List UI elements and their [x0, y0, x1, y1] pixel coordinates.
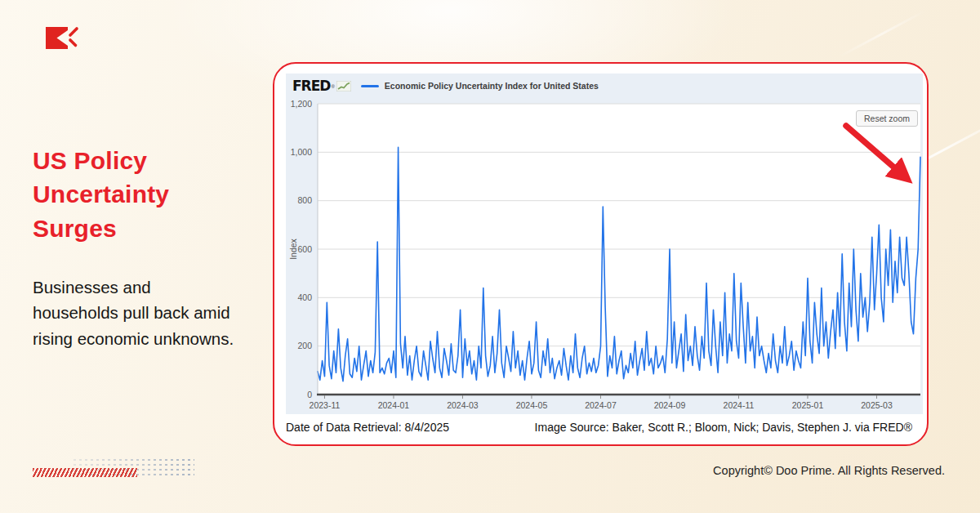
- x-axis-tick-label: 2024-03: [447, 400, 479, 410]
- data-retrieval-date: Date of Data Retrieval: 8/4/2025: [286, 421, 449, 434]
- fred-chart-card: FRED ® Economic Policy Uncertainty Index…: [273, 62, 929, 446]
- x-axis-tick-label: 2024-05: [516, 400, 548, 410]
- copyright-text: Copyright© Doo Prime. All Rights Reserve…: [713, 464, 945, 477]
- fred-registered-mark: ®: [331, 84, 334, 89]
- page-title: US Policy Uncertainty Surges: [33, 144, 238, 245]
- epu-line-chart: 02004006008001,0001,2002023-112024-01202…: [286, 74, 923, 414]
- y-axis-tick-label: 0: [307, 390, 312, 399]
- reset-zoom-button[interactable]: Reset zoom: [856, 110, 918, 127]
- fred-chart-header: FRED ® Economic Policy Uncertainty Index…: [292, 76, 599, 96]
- x-axis-tick-label: 2025-01: [792, 400, 824, 410]
- legend-line-swatch: [361, 85, 379, 87]
- social-graphic-canvas: US Policy Uncertainty Surges Businesses …: [0, 0, 980, 513]
- y-axis-tick-label: 600: [297, 244, 312, 254]
- doo-prime-logo: [46, 26, 82, 59]
- x-axis-tick-label: 2024-09: [654, 400, 686, 410]
- y-axis-tick-label: 1,200: [291, 99, 312, 109]
- x-axis-tick-label: 2023-11: [310, 400, 341, 410]
- x-axis-tick-label: 2024-11: [724, 400, 755, 410]
- image-source-citation: Image Source: Baker, Scott R.; Bloom, Ni…: [535, 421, 912, 434]
- doo-prime-logo-icon: [46, 26, 82, 56]
- decorative-striped-bar: [33, 468, 137, 477]
- y-axis-title: Index: [288, 238, 298, 259]
- legend-series-label: Economic Policy Uncertainty Index for Un…: [385, 81, 599, 91]
- y-axis-tick-label: 400: [297, 292, 312, 302]
- background-light-streak: [838, 10, 925, 58]
- y-axis-tick-label: 1,000: [291, 147, 312, 157]
- x-axis-tick-label: 2025-03: [861, 400, 893, 410]
- x-axis-tick-label: 2024-01: [378, 400, 410, 410]
- page-subtitle: Businesses and households pull back amid…: [33, 274, 238, 351]
- fred-sparkline-icon: [336, 81, 351, 91]
- y-axis-tick-label: 200: [297, 341, 312, 350]
- fred-logo: FRED: [292, 78, 330, 94]
- chart-card-footer: Date of Data Retrieval: 8/4/2025 Image S…: [286, 421, 912, 434]
- fred-chart-region: FRED ® Economic Policy Uncertainty Index…: [286, 74, 923, 414]
- y-axis-tick-label: 800: [297, 195, 312, 205]
- x-axis-tick-label: 2024-07: [585, 400, 617, 410]
